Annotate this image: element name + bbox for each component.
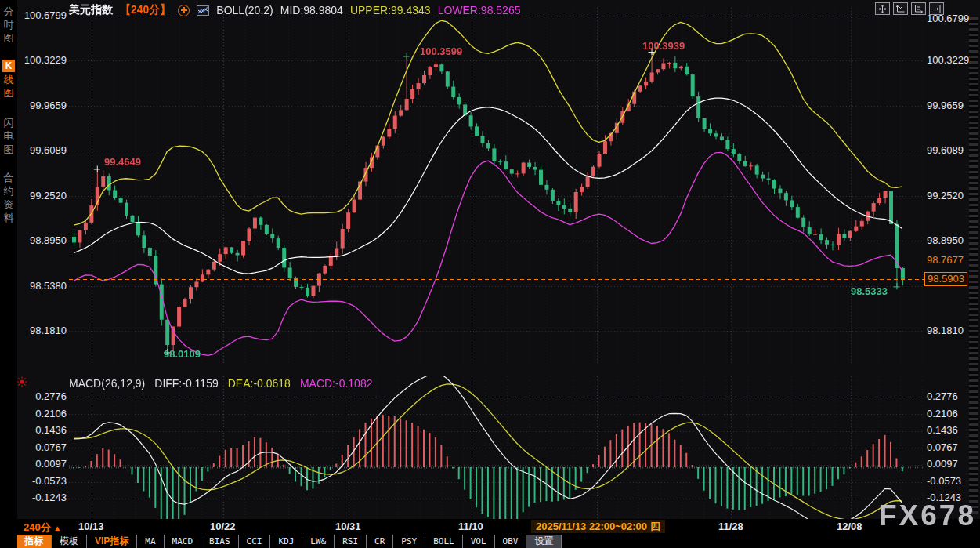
period-value: 240分	[24, 521, 51, 533]
tab-vip-indicators[interactable]: VIP指标	[87, 535, 137, 548]
bottom-toolbar: 指标 模板 VIP指标 MA MACD BIAS CCI KDJ LW& RSI…	[0, 535, 980, 548]
period-selector[interactable]: 240分 ▲	[24, 521, 61, 535]
macd-axis-label: 0.1436	[927, 424, 958, 436]
app-window: 分时图 K 线图 闪电图 合约资料 美元指数 【240分】 BOLL(20,2)…	[0, 0, 980, 548]
price-annotation-high: 100.3939	[642, 40, 685, 52]
tab-templates[interactable]: 模板	[52, 535, 87, 548]
boll-mid-value: MID:98.9804	[280, 4, 343, 16]
price-axis-label: 99.6089	[927, 144, 964, 156]
x-axis-date: 10/22	[210, 521, 236, 532]
macd-axis-label: 0.2776	[19, 390, 67, 402]
indicator-rsi[interactable]: RSI	[335, 535, 367, 548]
x-axis-date: 10/31	[335, 521, 361, 532]
macd-axis-label: 0.0767	[927, 441, 958, 453]
indicator-obv[interactable]: OBV	[495, 535, 527, 548]
chart-header: 美元指数 【240分】 BOLL(20,2) MID:98.9804 UPPER…	[69, 3, 520, 17]
macd-axis-label: -0.0573	[927, 475, 961, 487]
x-axis-date: 11/10	[458, 521, 483, 532]
macd-axis-label: -0.0573	[19, 475, 67, 487]
indicator-vol[interactable]: VOL	[463, 535, 495, 548]
macd-axis-label: 0.0097	[19, 458, 67, 470]
right-scrollbar[interactable]	[969, 17, 978, 514]
price-chart-canvas[interactable]	[69, 8, 924, 365]
macd-axis-label: 0.1436	[19, 424, 67, 436]
price-axis-label: 100.6799	[19, 9, 67, 21]
price-annotation-low: 98.5333	[851, 285, 888, 297]
watermark-logo: FX678	[879, 499, 976, 532]
boll-upper-value: UPPER:99.4343	[350, 4, 431, 16]
price-axis-label: 100.3229	[19, 54, 67, 66]
price-axis-label: 99.6089	[19, 144, 67, 156]
price-axis-label: 98.8950	[927, 234, 964, 246]
macd-axis-label: 0.2106	[927, 408, 958, 419]
x-axis-date: 11/28	[718, 521, 743, 532]
price-annotation-high: 99.4649	[104, 156, 141, 168]
sidebar-item-label: 合约资料	[0, 171, 17, 224]
price-axis-label: 99.9659	[19, 100, 67, 111]
settings-button[interactable]: 设置	[526, 535, 562, 548]
price-annotation-high: 100.3599	[420, 45, 462, 57]
macd-diff-value: DIFF:-0.1159	[154, 377, 218, 390]
macd-axis-label: 0.0767	[19, 441, 67, 453]
macd-macd-value: MACD:-0.1082	[300, 377, 373, 390]
macd-axis-label: 0.0097	[927, 458, 958, 470]
price-annotation-low: 98.0109	[164, 348, 201, 360]
x-axis-row: 240分 ▲ 10/13 10/22 10/31 11/10 2025/11/1…	[0, 519, 980, 535]
crosshair-datetime-label: 2025/11/13 22:00~02:00 四	[531, 520, 665, 533]
price-axis-label: 98.8950	[19, 234, 67, 246]
period-label: 【240分】	[120, 3, 171, 17]
macd-axis-label: -0.1243	[19, 492, 67, 503]
x-axis-date: 10/13	[78, 521, 104, 532]
macd-dea-value: DEA:-0.0618	[228, 377, 291, 390]
dropdown-up-icon: ▲	[53, 524, 61, 532]
sidebar-item-contract-info[interactable]: 合约资料	[0, 171, 17, 224]
price-axis-label: 100.3229	[927, 54, 969, 66]
add-indicator-icon[interactable]	[178, 5, 190, 16]
sidebar-item-kline-chart[interactable]: K 线图	[0, 60, 17, 100]
indicator-kdj[interactable]: KDJ	[270, 535, 302, 548]
sidebar-item-lightning-chart[interactable]: 闪电图	[0, 116, 17, 156]
x-axis-date: 12/08	[837, 521, 862, 532]
indicator-boll[interactable]: BOLL	[425, 535, 463, 548]
macd-chart-canvas[interactable]	[69, 376, 924, 521]
indicator-psy[interactable]: PSY	[393, 535, 425, 548]
pan-right-icon[interactable]	[929, 2, 944, 15]
macd-axis-label: 0.2776	[927, 390, 958, 402]
indicator-lw[interactable]: LW&	[302, 535, 335, 548]
sidebar-item-label: 闪电图	[0, 116, 17, 156]
sidebar-item-label: 线图	[0, 73, 17, 100]
scale-left-axis-icon[interactable]	[893, 2, 908, 15]
sidebar-item-time-chart[interactable]: 分时图	[0, 5, 17, 45]
indicator-cr[interactable]: CR	[367, 535, 393, 548]
indicator-cci[interactable]: CCI	[239, 535, 271, 548]
indicator-bias[interactable]: BIAS	[201, 535, 239, 548]
price-axis-label: 99.9659	[927, 100, 964, 111]
chart-tool-icons	[875, 2, 944, 15]
chart-type-icon[interactable]	[197, 5, 209, 16]
indicator-macd[interactable]: MACD	[165, 535, 202, 548]
macd-header: MACD(26,12,9) DIFF:-0.1159 DEA:-0.0618 M…	[69, 377, 372, 390]
indicator-ma[interactable]: MA	[137, 535, 164, 548]
boll-lower-value: LOWER:98.5265	[438, 4, 521, 16]
symbol-name: 美元指数	[69, 3, 113, 17]
indicator-marker-icon[interactable]	[16, 376, 27, 390]
sidebar-item-label: 分时图	[0, 5, 17, 45]
left-sidebar: 分时图 K 线图 闪电图 合约资料	[0, 0, 17, 548]
tab-indicators[interactable]: 指标	[16, 535, 52, 548]
macd-title: MACD(26,12,9)	[69, 377, 145, 390]
price-axis-label: 99.2520	[927, 190, 964, 201]
reference-price-label: 98.7677	[927, 254, 964, 266]
price-axis-label: 98.1810	[927, 325, 964, 336]
price-axis-label: 98.5380	[19, 280, 67, 292]
kline-badge: K	[2, 60, 15, 72]
crosshair-icon[interactable]	[875, 2, 890, 15]
price-axis-label: 98.1810	[19, 325, 67, 336]
boll-label: BOLL(20,2)	[216, 4, 273, 16]
last-price-label: 98.5903	[924, 272, 967, 286]
price-axis-label: 99.2520	[19, 190, 67, 201]
scale-right-axis-icon[interactable]	[911, 2, 926, 15]
macd-axis-label: 0.2106	[19, 408, 67, 419]
